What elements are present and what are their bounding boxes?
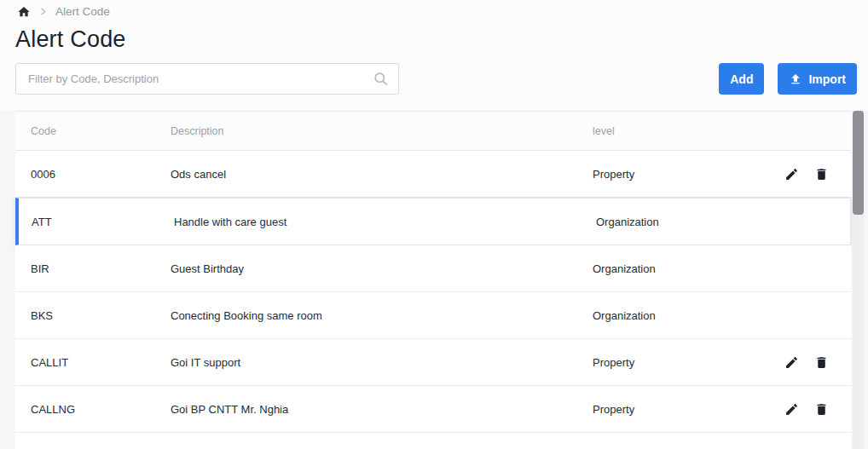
upload-icon <box>789 72 802 86</box>
cell-code: CALLIT <box>15 356 171 369</box>
column-header-description: Description <box>171 125 593 137</box>
row-actions <box>783 402 851 417</box>
row-actions <box>783 167 851 181</box>
delete-button[interactable] <box>814 355 829 370</box>
cell-description: Ods cancel <box>171 168 593 181</box>
table-row[interactable]: BIRGuest BirthdayOrganization <box>15 245 851 292</box>
table-scrollbar-track[interactable] <box>853 111 864 449</box>
row-actions <box>783 355 851 370</box>
cell-level: Property <box>593 356 783 369</box>
edit-button[interactable] <box>784 167 799 181</box>
table-row[interactable]: CALLITGoi IT supportProperty <box>15 339 851 386</box>
add-button-label: Add <box>730 72 753 86</box>
cell-level: Property <box>593 168 783 181</box>
cell-level: Organization <box>593 262 783 275</box>
add-button[interactable]: Add <box>719 63 764 95</box>
table-row[interactable]: ATTHandle with care guestOrganization <box>15 198 851 245</box>
cell-code: ATT <box>19 216 174 228</box>
table-scrollbar-thumb[interactable] <box>853 111 864 215</box>
page-title: Alert Code <box>15 26 868 53</box>
table-body: 0006Ods cancelPropertyATTHandle with car… <box>15 151 851 433</box>
cell-level: Organization <box>593 309 783 322</box>
breadcrumb-item[interactable]: Alert Code <box>55 5 110 18</box>
cell-description: Guest Birthday <box>171 262 593 275</box>
alert-code-table: Code Description level 0006Ods cancelPro… <box>15 111 851 449</box>
toolbar: Add Import <box>15 63 857 95</box>
cell-description: Goi IT support <box>171 356 593 369</box>
cell-level: Organization <box>596 216 786 228</box>
toolbar-buttons: Add Import <box>719 63 857 95</box>
home-icon[interactable] <box>17 5 31 19</box>
chevron-right-icon <box>38 7 48 16</box>
edit-button[interactable] <box>784 402 799 417</box>
import-button[interactable]: Import <box>778 63 857 95</box>
edit-button[interactable] <box>784 355 799 370</box>
delete-button[interactable] <box>814 167 829 181</box>
pencil-icon <box>784 402 799 417</box>
pencil-icon <box>784 167 799 181</box>
cell-code: CALLNG <box>15 403 171 416</box>
cell-description: Goi BP CNTT Mr. Nghia <box>171 403 593 416</box>
cell-code: BIR <box>15 262 171 275</box>
cell-code: BKS <box>15 309 171 322</box>
filter-field <box>15 63 399 95</box>
table-header-row: Code Description level <box>15 112 851 151</box>
cell-description: Handle with care guest <box>174 216 596 228</box>
filter-input[interactable] <box>15 63 399 95</box>
trash-icon <box>814 167 829 181</box>
table-row[interactable]: BKSConecting Booking same roomOrganizati… <box>15 292 851 339</box>
cell-level: Property <box>593 403 783 416</box>
cell-description: Conecting Booking same room <box>171 309 593 322</box>
table-row[interactable]: CALLNGGoi BP CNTT Mr. NghiaProperty <box>15 386 851 433</box>
import-button-label: Import <box>808 72 846 86</box>
trash-icon <box>814 355 829 370</box>
breadcrumb: Alert Code <box>0 0 868 19</box>
cell-code: 0006 <box>15 168 171 181</box>
table-row[interactable]: 0006Ods cancelProperty <box>15 151 851 198</box>
delete-button[interactable] <box>814 402 829 417</box>
column-header-code: Code <box>15 125 171 137</box>
column-header-level: level <box>593 125 783 137</box>
pencil-icon <box>784 355 799 370</box>
trash-icon <box>814 402 829 417</box>
